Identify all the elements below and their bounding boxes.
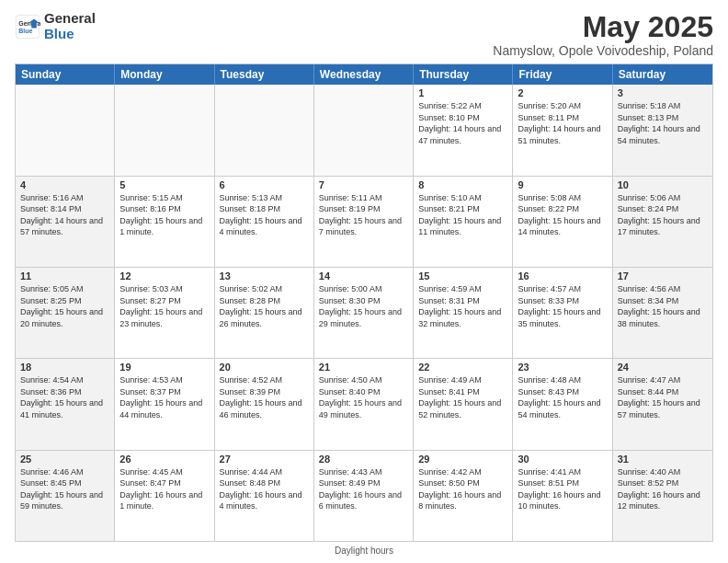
calendar-body: 1Sunrise: 5:22 AMSunset: 8:10 PMDaylight…	[16, 85, 712, 541]
day-number: 6	[220, 179, 309, 190]
day-number: 1	[418, 87, 507, 98]
cal-cell-day-27: 27Sunrise: 4:44 AMSunset: 8:48 PMDayligh…	[215, 451, 314, 541]
cal-cell-day-12: 12Sunrise: 5:03 AMSunset: 8:27 PMDayligh…	[115, 268, 214, 358]
logo: General Blue General Blue	[15, 11, 96, 41]
logo-icon: General Blue	[15, 14, 40, 40]
footer-note: Daylight hours	[15, 546, 713, 556]
cell-info: Sunrise: 5:02 AMSunset: 8:28 PMDaylight:…	[220, 283, 309, 329]
cell-info: Sunrise: 4:45 AMSunset: 8:47 PMDaylight:…	[119, 466, 209, 512]
calendar-header: SundayMondayTuesdayWednesdayThursdayFrid…	[16, 64, 712, 85]
cell-info: Sunrise: 5:22 AMSunset: 8:10 PMDaylight:…	[418, 100, 507, 146]
cal-cell-day-22: 22Sunrise: 4:49 AMSunset: 8:41 PMDayligh…	[414, 359, 513, 449]
day-number: 17	[618, 270, 708, 282]
cal-cell-day-11: 11Sunrise: 5:05 AMSunset: 8:25 PMDayligh…	[16, 268, 115, 358]
cal-cell-day-8: 8Sunrise: 5:10 AMSunset: 8:21 PMDaylight…	[414, 177, 513, 267]
day-number: 14	[319, 270, 408, 282]
cal-cell-day-16: 16Sunrise: 4:57 AMSunset: 8:33 PMDayligh…	[513, 268, 612, 358]
cal-header-friday: Friday	[513, 64, 612, 85]
day-number: 10	[618, 179, 708, 190]
title-block: May 2025 Namyslow, Opole Voivodeship, Po…	[493, 11, 713, 58]
cal-week-3: 11Sunrise: 5:05 AMSunset: 8:25 PMDayligh…	[16, 268, 712, 359]
day-number: 30	[518, 454, 607, 465]
day-number: 8	[418, 179, 507, 190]
cell-info: Sunrise: 5:13 AMSunset: 8:18 PMDaylight:…	[220, 192, 309, 238]
cal-header-thursday: Thursday	[414, 64, 513, 85]
cell-info: Sunrise: 4:43 AMSunset: 8:49 PMDaylight:…	[319, 466, 408, 512]
logo-blue-text: Blue	[44, 27, 96, 42]
cal-cell-empty	[16, 85, 115, 175]
cell-info: Sunrise: 5:10 AMSunset: 8:21 PMDaylight:…	[418, 192, 507, 238]
cal-cell-day-10: 10Sunrise: 5:06 AMSunset: 8:24 PMDayligh…	[613, 177, 712, 267]
day-number: 15	[418, 270, 507, 282]
cal-cell-day-18: 18Sunrise: 4:54 AMSunset: 8:36 PMDayligh…	[16, 359, 115, 449]
day-number: 19	[119, 362, 209, 373]
cal-cell-day-25: 25Sunrise: 4:46 AMSunset: 8:45 PMDayligh…	[16, 451, 115, 541]
cal-week-1: 1Sunrise: 5:22 AMSunset: 8:10 PMDaylight…	[16, 85, 712, 176]
cell-info: Sunrise: 5:16 AMSunset: 8:14 PMDaylight:…	[20, 192, 109, 238]
cell-info: Sunrise: 4:52 AMSunset: 8:39 PMDaylight:…	[220, 374, 309, 420]
page: General Blue General Blue May 2025 Namys…	[0, 0, 728, 563]
cal-cell-day-23: 23Sunrise: 4:48 AMSunset: 8:43 PMDayligh…	[513, 359, 612, 449]
cal-cell-day-20: 20Sunrise: 4:52 AMSunset: 8:39 PMDayligh…	[215, 359, 314, 449]
day-number: 29	[418, 454, 507, 465]
cell-info: Sunrise: 5:06 AMSunset: 8:24 PMDaylight:…	[618, 192, 708, 238]
cal-header-tuesday: Tuesday	[215, 64, 314, 85]
cal-cell-day-19: 19Sunrise: 4:53 AMSunset: 8:37 PMDayligh…	[115, 359, 214, 449]
cal-cell-empty	[115, 85, 214, 175]
cell-info: Sunrise: 4:42 AMSunset: 8:50 PMDaylight:…	[418, 466, 507, 512]
cell-info: Sunrise: 5:11 AMSunset: 8:19 PMDaylight:…	[319, 192, 408, 238]
cell-info: Sunrise: 4:57 AMSunset: 8:33 PMDaylight:…	[518, 283, 607, 329]
cal-cell-day-28: 28Sunrise: 4:43 AMSunset: 8:49 PMDayligh…	[314, 451, 414, 541]
cell-info: Sunrise: 4:44 AMSunset: 8:48 PMDaylight:…	[220, 466, 309, 512]
day-number: 12	[119, 270, 209, 282]
day-number: 7	[319, 179, 408, 190]
day-number: 31	[618, 454, 708, 465]
cell-info: Sunrise: 4:53 AMSunset: 8:37 PMDaylight:…	[119, 374, 209, 420]
cal-cell-day-3: 3Sunrise: 5:18 AMSunset: 8:13 PMDaylight…	[613, 85, 712, 175]
cal-cell-day-15: 15Sunrise: 4:59 AMSunset: 8:31 PMDayligh…	[414, 268, 513, 358]
cal-header-sunday: Sunday	[16, 64, 115, 85]
cal-cell-day-5: 5Sunrise: 5:15 AMSunset: 8:16 PMDaylight…	[115, 177, 214, 267]
cal-cell-day-6: 6Sunrise: 5:13 AMSunset: 8:18 PMDaylight…	[215, 177, 314, 267]
cal-cell-day-1: 1Sunrise: 5:22 AMSunset: 8:10 PMDaylight…	[414, 85, 513, 175]
day-number: 11	[20, 270, 109, 282]
svg-text:Blue: Blue	[18, 28, 32, 34]
cell-info: Sunrise: 4:54 AMSunset: 8:36 PMDaylight:…	[20, 374, 109, 420]
cal-header-monday: Monday	[115, 64, 214, 85]
main-title: May 2025	[493, 11, 713, 43]
cal-cell-day-7: 7Sunrise: 5:11 AMSunset: 8:19 PMDaylight…	[314, 177, 414, 267]
day-number: 18	[20, 362, 109, 373]
cal-week-5: 25Sunrise: 4:46 AMSunset: 8:45 PMDayligh…	[16, 451, 712, 541]
cal-cell-day-17: 17Sunrise: 4:56 AMSunset: 8:34 PMDayligh…	[613, 268, 712, 358]
cell-info: Sunrise: 5:00 AMSunset: 8:30 PMDaylight:…	[319, 283, 408, 329]
day-number: 27	[220, 454, 309, 465]
cal-cell-day-24: 24Sunrise: 4:47 AMSunset: 8:44 PMDayligh…	[613, 359, 712, 449]
header: General Blue General Blue May 2025 Namys…	[15, 11, 713, 58]
cal-week-2: 4Sunrise: 5:16 AMSunset: 8:14 PMDaylight…	[16, 177, 712, 268]
cell-info: Sunrise: 4:59 AMSunset: 8:31 PMDaylight:…	[418, 283, 507, 329]
day-number: 9	[518, 179, 607, 190]
day-number: 4	[20, 179, 109, 190]
cal-cell-day-4: 4Sunrise: 5:16 AMSunset: 8:14 PMDaylight…	[16, 177, 115, 267]
cell-info: Sunrise: 5:18 AMSunset: 8:13 PMDaylight:…	[618, 100, 708, 146]
cal-cell-day-29: 29Sunrise: 4:42 AMSunset: 8:50 PMDayligh…	[414, 451, 513, 541]
cal-cell-day-13: 13Sunrise: 5:02 AMSunset: 8:28 PMDayligh…	[215, 268, 314, 358]
cal-cell-day-9: 9Sunrise: 5:08 AMSunset: 8:22 PMDaylight…	[513, 177, 612, 267]
cell-info: Sunrise: 5:03 AMSunset: 8:27 PMDaylight:…	[119, 283, 209, 329]
cal-cell-day-2: 2Sunrise: 5:20 AMSunset: 8:11 PMDaylight…	[513, 85, 612, 175]
cell-info: Sunrise: 5:20 AMSunset: 8:11 PMDaylight:…	[518, 100, 607, 146]
day-number: 23	[518, 362, 607, 373]
cal-week-4: 18Sunrise: 4:54 AMSunset: 8:36 PMDayligh…	[16, 359, 712, 450]
cal-cell-day-31: 31Sunrise: 4:40 AMSunset: 8:52 PMDayligh…	[613, 451, 712, 541]
day-number: 28	[319, 454, 408, 465]
cal-cell-day-14: 14Sunrise: 5:00 AMSunset: 8:30 PMDayligh…	[314, 268, 414, 358]
logo-text: General Blue	[44, 11, 96, 41]
cell-info: Sunrise: 5:08 AMSunset: 8:22 PMDaylight:…	[518, 192, 607, 238]
day-number: 22	[418, 362, 507, 373]
cal-cell-day-30: 30Sunrise: 4:41 AMSunset: 8:51 PMDayligh…	[513, 451, 612, 541]
day-number: 13	[220, 270, 309, 282]
cell-info: Sunrise: 4:40 AMSunset: 8:52 PMDaylight:…	[618, 466, 708, 512]
cell-info: Sunrise: 4:49 AMSunset: 8:41 PMDaylight:…	[418, 374, 507, 420]
cell-info: Sunrise: 4:50 AMSunset: 8:40 PMDaylight:…	[319, 374, 408, 420]
subtitle: Namyslow, Opole Voivodeship, Poland	[493, 43, 713, 58]
